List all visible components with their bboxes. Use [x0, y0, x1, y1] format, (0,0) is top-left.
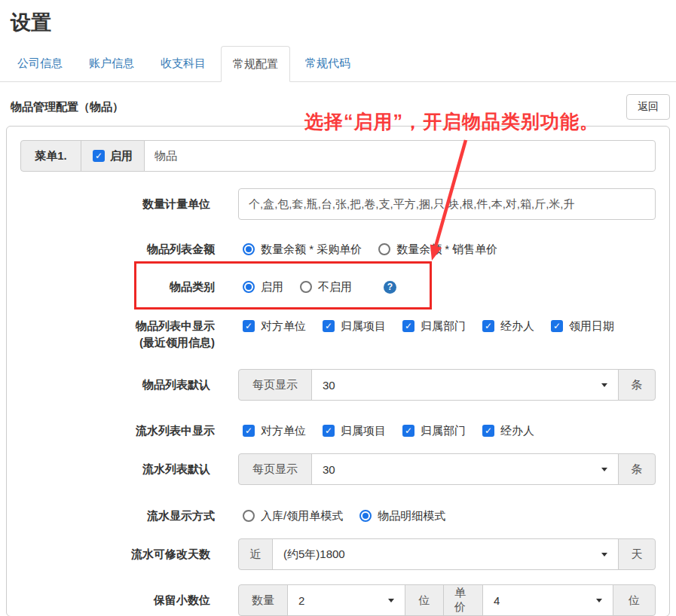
qty-decimal-select[interactable]: 2 — [287, 584, 405, 616]
check-icon: ✓ — [245, 426, 252, 435]
category-option-enable[interactable]: 启用 — [243, 280, 283, 294]
item-display-option-date[interactable]: ✓ 领用日期 — [551, 319, 614, 334]
amount-option-sale[interactable]: 数量余额 * 销售单价 — [378, 242, 497, 257]
amount-row: 物品列表金额 数量余额 * 采购单价 数量余额 * 销售单价 — [20, 241, 656, 258]
flow-default-row: 流水列表默认 每页显示 30 条 — [20, 453, 656, 485]
menu-enable-checkbox[interactable]: ✓ — [93, 150, 105, 162]
category-row-label: 物品类别 — [20, 279, 215, 295]
menu-enable-addon[interactable]: ✓ 启用 — [81, 140, 145, 172]
flow-display-option-handler[interactable]: ✓ 经办人 — [482, 424, 534, 438]
flow-mode-option-detail[interactable]: 物品明细模式 — [359, 509, 445, 523]
back-button[interactable]: 返回 — [626, 94, 670, 120]
unit-wei-addon: 位 — [405, 584, 444, 616]
caret-down-icon — [596, 599, 602, 602]
tab-general-code[interactable]: 常规代码 — [294, 46, 362, 81]
tab-bar: 公司信息 账户信息 收支科目 常规配置 常规代码 — [0, 46, 676, 82]
item-display-row: 物品列表中显示 (最近领用信息) ✓ 对方单位 ✓ 归属项目 ✓ 归属部门 ✓ … — [20, 318, 656, 351]
check-icon: ✓ — [553, 322, 561, 331]
tab-account-info[interactable]: 账户信息 — [78, 46, 145, 81]
amount-row-label: 物品列表金额 — [20, 241, 215, 258]
radio-off-icon — [378, 243, 390, 255]
caret-down-icon — [601, 383, 607, 387]
unit-wei-addon: 位 — [613, 584, 656, 616]
item-display-option-counterparty[interactable]: ✓ 对方单位 — [243, 319, 306, 334]
caret-down-icon — [601, 553, 607, 557]
config-panel: 菜单1. ✓ 启用 数量计量单位 物品列表金额 数量余额 * 采购单价 数量余额… — [6, 126, 670, 616]
unit-tiao-addon: 条 — [618, 453, 656, 485]
radio-on-icon — [243, 281, 255, 293]
unit-row-label: 数量计量单位 — [20, 196, 210, 212]
flow-display-row: 流水列表中显示 ✓ 对方单位 ✓ 归属项目 ✓ 归属部门 ✓ 经办人 — [20, 422, 656, 439]
tab-income-expense[interactable]: 收支科目 — [149, 46, 217, 81]
decimal-row-label: 保留小数位 — [20, 592, 210, 608]
menu-enable-label: 启用 — [110, 149, 133, 163]
item-display-option-handler[interactable]: ✓ 经办人 — [482, 319, 534, 334]
flow-per-page-select[interactable]: 30 — [311, 453, 619, 485]
category-option-disable[interactable]: 不启用 — [300, 280, 352, 294]
menu-prefix-addon: 菜单1. — [20, 140, 81, 172]
check-icon: ✓ — [245, 322, 252, 331]
check-icon: ✓ — [405, 322, 412, 331]
unit-tiao-addon: 条 — [618, 369, 656, 401]
item-default-row: 物品列表默认 每页显示 30 条 — [20, 369, 656, 401]
check-icon: ✓ — [405, 426, 412, 435]
section-header: 物品管理配置（物品） 返回 — [11, 94, 670, 120]
page-title: 设置 — [11, 9, 676, 36]
category-row: 物品类别 启用 不启用 ? — [20, 279, 656, 295]
unit-tian-addon: 天 — [618, 538, 656, 570]
flow-days-row-label: 流水可修改天数 — [20, 546, 210, 563]
amount-option-purchase[interactable]: 数量余额 * 采购单价 — [243, 242, 362, 257]
menu-row: 菜单1. ✓ 启用 — [20, 140, 656, 172]
check-icon: ✓ — [485, 426, 492, 435]
item-per-page-select[interactable]: 30 — [311, 369, 619, 401]
flow-days-row: 流水可修改天数 近 (约5年)1800 天 — [20, 538, 656, 570]
item-display-row-label: 物品列表中显示 (最近领用信息) — [20, 318, 215, 351]
per-page-addon: 每页显示 — [238, 369, 312, 401]
section-title: 物品管理配置（物品） — [11, 100, 124, 114]
flow-display-option-counterparty[interactable]: ✓ 对方单位 — [243, 424, 306, 438]
caret-down-icon — [601, 468, 607, 471]
item-display-option-project[interactable]: ✓ 归属项目 — [323, 319, 386, 334]
check-icon: ✓ — [95, 151, 102, 160]
flow-days-select[interactable]: (约5年)1800 — [272, 538, 619, 570]
radio-off-icon — [300, 281, 312, 293]
item-display-option-department[interactable]: ✓ 归属部门 — [402, 319, 466, 334]
tab-general-config[interactable]: 常规配置 — [221, 46, 290, 82]
price-decimal-select[interactable]: 4 — [482, 584, 613, 616]
check-icon: ✓ — [325, 426, 332, 435]
flow-default-row-label: 流水列表默认 — [20, 461, 210, 477]
help-question-icon[interactable]: ? — [384, 281, 396, 294]
flow-display-row-label: 流水列表中显示 — [20, 422, 215, 439]
unit-row: 数量计量单位 — [20, 188, 656, 220]
decimal-row: 保留小数位 数量 2 位 单价 4 位 — [20, 584, 656, 616]
flow-mode-row: 流水显示方式 入库/领用单模式 物品明细模式 — [20, 508, 656, 524]
radio-on-icon — [359, 510, 372, 522]
price-addon: 单价 — [443, 584, 483, 616]
radio-on-icon — [243, 243, 255, 255]
item-default-row-label: 物品列表默认 — [20, 377, 210, 393]
caret-down-icon — [388, 599, 394, 602]
menu-name-input[interactable] — [144, 140, 656, 172]
flow-mode-option-receipt[interactable]: 入库/领用单模式 — [243, 509, 343, 523]
check-icon: ✓ — [325, 322, 332, 331]
qty-addon: 数量 — [238, 584, 288, 616]
flow-display-option-project[interactable]: ✓ 归属项目 — [323, 424, 386, 438]
unit-input[interactable] — [238, 188, 656, 220]
recent-addon: 近 — [238, 538, 273, 570]
tab-company-info[interactable]: 公司信息 — [6, 46, 74, 81]
check-icon: ✓ — [485, 322, 492, 331]
flow-display-option-department[interactable]: ✓ 归属部门 — [402, 424, 466, 438]
radio-off-icon — [243, 510, 255, 522]
per-page-addon: 每页显示 — [238, 453, 312, 485]
flow-mode-row-label: 流水显示方式 — [20, 508, 215, 524]
